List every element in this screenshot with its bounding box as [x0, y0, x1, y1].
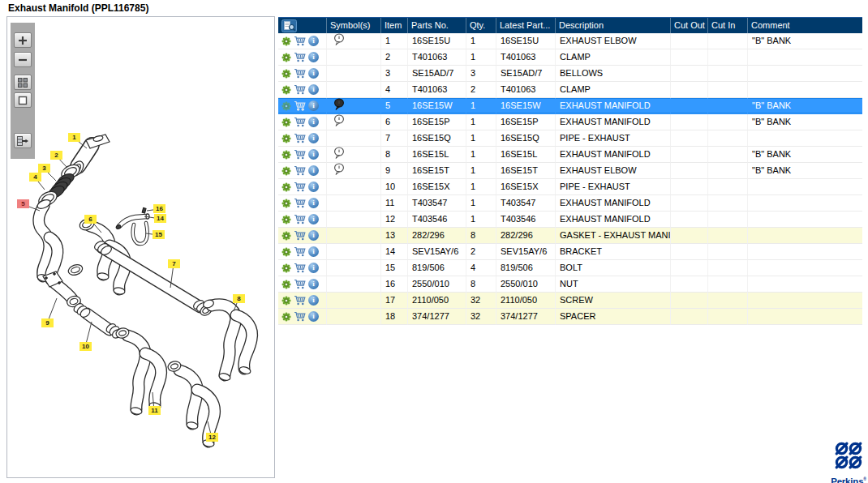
- cart-icon[interactable]: [294, 117, 306, 127]
- cart-icon[interactable]: [294, 246, 306, 257]
- header-cell-comment[interactable]: Comment: [748, 18, 862, 33]
- header-cell-latest-part[interactable]: Latest Part...: [496, 18, 556, 33]
- gear-icon[interactable]: [281, 263, 291, 273]
- diagram-label-2[interactable]: 2: [50, 151, 62, 160]
- gear-icon[interactable]: [281, 247, 291, 257]
- gear-icon[interactable]: [281, 296, 291, 306]
- table-row[interactable]: i 8 16SE15L 1 16SE15L EXHAUST MANIFOLD "…: [278, 147, 862, 163]
- gear-icon[interactable]: [281, 85, 291, 95]
- info-icon[interactable]: i: [308, 36, 319, 46]
- cart-icon[interactable]: [294, 311, 306, 322]
- header-cell-qty[interactable]: Qty.: [466, 18, 496, 33]
- info-icon[interactable]: i: [308, 133, 319, 143]
- gear-icon[interactable]: [281, 312, 291, 322]
- table-row[interactable]: i 11 T403547 1 T403547 EXHAUST MANIFOLD: [278, 195, 862, 212]
- diagram-label-12[interactable]: 12: [206, 433, 218, 442]
- info-icon[interactable]: i: [308, 246, 319, 257]
- table-row[interactable]: i 7 16SE15Q 1 16SE15Q PIPE - EXHAUST: [278, 130, 862, 147]
- table-row[interactable]: i 1 16SE15U 1 16SE15U EXHAUST ELBOW "B" …: [278, 33, 862, 49]
- cart-icon[interactable]: [294, 84, 306, 95]
- diagram-label-5[interactable]: 5: [17, 199, 29, 208]
- info-icon[interactable]: i: [308, 165, 319, 176]
- cart-icon[interactable]: [294, 68, 306, 79]
- balloon-icon[interactable]: [333, 98, 345, 110]
- balloon-icon[interactable]: [333, 147, 345, 159]
- table-row[interactable]: i 6 16SE15P 1 16SE15P EXHAUST MANIFOLD "…: [278, 114, 862, 130]
- gear-icon[interactable]: [281, 69, 291, 79]
- diagram-label-4[interactable]: 4: [29, 173, 41, 182]
- table-row[interactable]: i 16 2550/010 8 2550/010 NUT: [278, 276, 862, 293]
- gear-icon[interactable]: [281, 53, 291, 62]
- balloon-icon[interactable]: [333, 33, 345, 45]
- table-row[interactable]: i 10 16SE15X 1 16SE15X PIPE - EXHAUST: [278, 179, 862, 195]
- info-icon[interactable]: i: [308, 230, 319, 241]
- cart-icon[interactable]: [294, 165, 306, 176]
- cart-icon[interactable]: [294, 230, 306, 241]
- table-row[interactable]: i 12 T403546 1 T403546 EXHAUST MANIFOLD: [278, 212, 862, 228]
- gear-icon[interactable]: [281, 134, 291, 143]
- gear-icon[interactable]: [281, 150, 291, 160]
- gear-icon[interactable]: [281, 215, 291, 224]
- info-icon[interactable]: i: [308, 84, 319, 95]
- diagram-label-8[interactable]: 8: [233, 294, 245, 303]
- diagram-label-3[interactable]: 3: [38, 164, 50, 173]
- zoom-out-button[interactable]: [14, 52, 32, 67]
- info-icon[interactable]: i: [308, 149, 319, 160]
- cart-icon[interactable]: [294, 182, 306, 192]
- info-icon[interactable]: i: [308, 52, 319, 62]
- cart-icon[interactable]: [294, 36, 306, 46]
- fit-view-button[interactable]: [14, 92, 32, 108]
- cart-icon[interactable]: [294, 214, 306, 224]
- gear-icon[interactable]: [281, 280, 291, 289]
- gear-icon[interactable]: [281, 118, 291, 127]
- info-icon[interactable]: i: [308, 263, 319, 273]
- cart-icon[interactable]: [294, 295, 306, 306]
- info-icon[interactable]: i: [308, 182, 319, 192]
- info-icon[interactable]: i: [308, 311, 319, 322]
- info-icon[interactable]: i: [308, 295, 319, 306]
- cart-icon[interactable]: [294, 133, 306, 143]
- info-icon[interactable]: i: [308, 117, 319, 127]
- table-row[interactable]: i 15 819/506 4 819/506 BOLT: [278, 260, 862, 276]
- info-icon[interactable]: i: [308, 100, 319, 111]
- diagram-label-7[interactable]: 7: [168, 259, 180, 268]
- header-cell-actions[interactable]: [278, 18, 327, 33]
- tile-view-button[interactable]: [14, 75, 32, 90]
- info-icon[interactable]: i: [308, 214, 319, 224]
- header-cell-parts-no[interactable]: Parts No.: [408, 18, 466, 33]
- table-row[interactable]: i 9 16SE15T 1 16SE15T EXHAUST ELBOW "B" …: [278, 163, 862, 179]
- header-cell-symbols[interactable]: Symbol(s): [327, 18, 381, 33]
- diagram-label-1[interactable]: 1: [68, 133, 80, 142]
- info-icon[interactable]: i: [308, 198, 319, 208]
- header-cell-description[interactable]: Description: [556, 18, 671, 33]
- gear-icon[interactable]: [281, 231, 291, 241]
- gear-icon[interactable]: [281, 166, 291, 176]
- diagram-label-14[interactable]: 14: [154, 214, 166, 223]
- info-icon[interactable]: i: [308, 68, 319, 79]
- table-row[interactable]: i 18 374/1277 32 374/1277 SPACER: [278, 309, 862, 325]
- diagram-label-15[interactable]: 15: [153, 230, 165, 239]
- table-row[interactable]: i 4 T401063 2 T401063 CLAMP: [278, 82, 862, 98]
- cart-icon[interactable]: [294, 149, 306, 160]
- table-row[interactable]: i 5 16SE15W 1 16SE15W EXHAUST MANIFOLD "…: [278, 98, 862, 114]
- gear-icon[interactable]: [281, 36, 291, 46]
- info-icon[interactable]: i: [308, 279, 319, 289]
- gear-icon[interactable]: [281, 101, 291, 111]
- cart-icon[interactable]: [294, 279, 306, 289]
- diagram-label-11[interactable]: 11: [148, 406, 161, 415]
- cart-icon[interactable]: [294, 100, 306, 111]
- table-row[interactable]: i 13 282/296 8 282/296 GASKET - EXHAUST …: [278, 228, 862, 244]
- header-cell-cut-out[interactable]: Cut Out: [671, 18, 708, 33]
- table-row[interactable]: i 2 T401063 1 T401063 CLAMP: [278, 49, 862, 66]
- balloon-icon[interactable]: [333, 163, 345, 175]
- balloon-icon[interactable]: [333, 114, 345, 126]
- diagram-label-9[interactable]: 9: [41, 318, 54, 327]
- diagram-label-10[interactable]: 10: [79, 342, 92, 351]
- table-row[interactable]: i 14 SEV15AY/6 2 SEV15AY/6 BRACKET: [278, 244, 862, 260]
- table-row[interactable]: i 17 2110/050 32 2110/050 SCREW: [278, 293, 862, 309]
- header-cell-item[interactable]: Item: [381, 18, 408, 33]
- cart-icon[interactable]: [294, 263, 306, 273]
- export-view-button[interactable]: [14, 133, 32, 148]
- zoom-in-button[interactable]: [14, 32, 32, 48]
- gear-icon[interactable]: [281, 182, 291, 192]
